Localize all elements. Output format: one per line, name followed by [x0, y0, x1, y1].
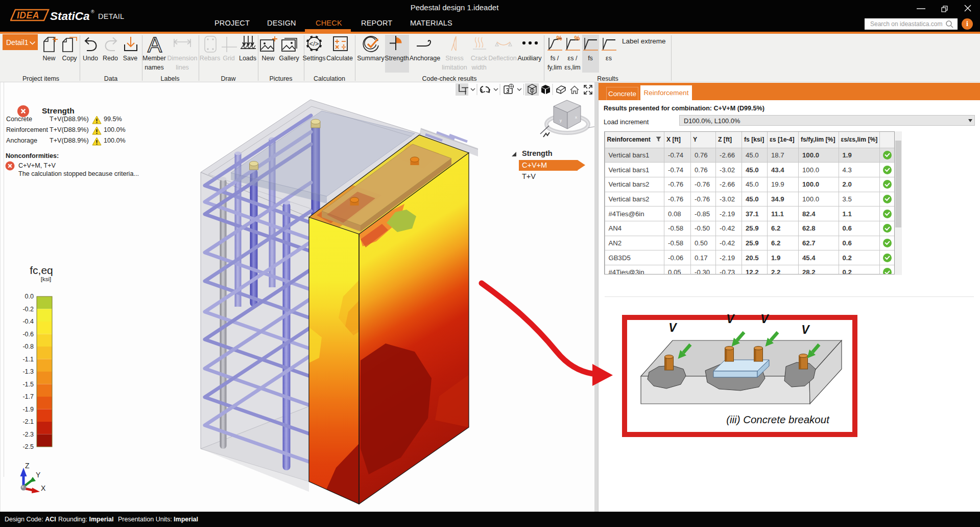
svg-text:X: X — [41, 484, 46, 492]
svg-text:V: V — [801, 323, 810, 336]
svg-text:y: y — [560, 118, 562, 123]
svg-text:x: x — [575, 115, 577, 120]
svg-text:0.0: 0.0 — [25, 293, 34, 300]
svg-text:StatiCa: StatiCa — [50, 10, 90, 22]
svg-text:</>: </> — [309, 40, 319, 48]
svg-text:-2.5: -2.5 — [22, 443, 34, 450]
svg-text:-0.2: -0.2 — [22, 306, 34, 313]
svg-text:-1.5: -1.5 — [22, 381, 34, 388]
svg-text:-2.3: -2.3 — [22, 431, 34, 438]
svg-text:fc,eq: fc,eq — [30, 264, 53, 276]
svg-text:-1.1: -1.1 — [22, 356, 34, 363]
svg-text:-0.6: -0.6 — [22, 331, 34, 338]
svg-text:-1.7: -1.7 — [22, 393, 34, 400]
svg-text:-0.4: -0.4 — [22, 318, 34, 325]
svg-text:V: V — [726, 313, 735, 326]
svg-text:A: A — [148, 35, 162, 54]
svg-text:Z: Z — [25, 462, 30, 470]
svg-text:-1.9: -1.9 — [22, 406, 34, 413]
svg-text:®: ® — [91, 9, 94, 14]
svg-text:-2.1: -2.1 — [22, 418, 34, 425]
svg-text:Y: Y — [36, 471, 41, 479]
svg-text:V: V — [668, 321, 677, 334]
svg-text:%: % — [574, 35, 580, 42]
svg-text:V: V — [760, 313, 769, 326]
svg-text:IDEA: IDEA — [17, 10, 39, 20]
svg-text:%: % — [556, 35, 562, 42]
svg-text:DETAIL: DETAIL — [98, 12, 125, 20]
svg-text:-1.3: -1.3 — [22, 368, 34, 375]
svg-text:[ksi]: [ksi] — [41, 276, 51, 282]
svg-text:-0.8: -0.8 — [22, 343, 34, 350]
svg-text:(iii) Concrete breakout: (iii) Concrete breakout — [726, 414, 830, 425]
